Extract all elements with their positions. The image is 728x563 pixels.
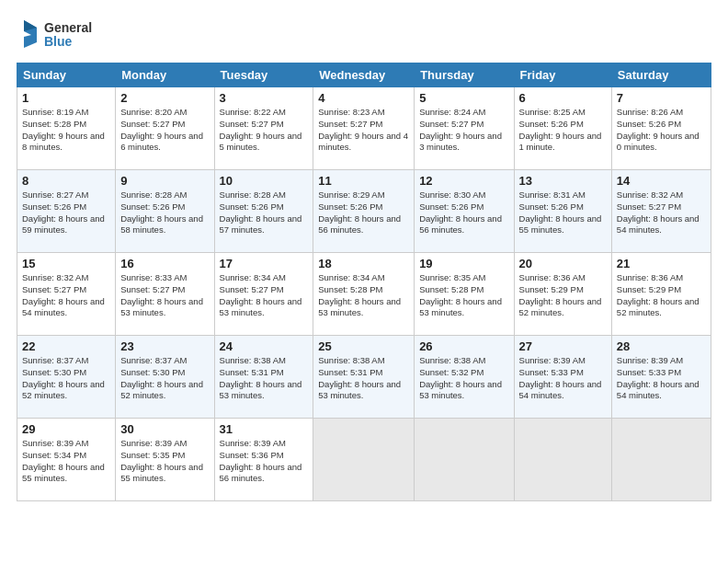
day-number: 26 — [419, 339, 508, 353]
calendar-cell: 13 Sunrise: 8:31 AM Sunset: 5:26 PM Dayl… — [514, 170, 611, 253]
calendar-cell: 9 Sunrise: 8:28 AM Sunset: 5:26 PM Dayli… — [116, 170, 214, 253]
day-info: Sunrise: 8:37 AM Sunset: 5:30 PM Dayligh… — [120, 355, 209, 402]
day-info: Sunrise: 8:36 AM Sunset: 5:29 PM Dayligh… — [519, 272, 607, 319]
day-number: 9 — [120, 174, 209, 188]
week-row-2: 15 Sunrise: 8:32 AM Sunset: 5:27 PM Dayl… — [17, 253, 711, 336]
calendar-cell: 26 Sunrise: 8:38 AM Sunset: 5:32 PM Dayl… — [415, 336, 514, 419]
day-number: 18 — [318, 257, 409, 270]
day-info: Sunrise: 8:38 AM Sunset: 5:31 PM Dayligh… — [318, 355, 409, 402]
day-info: Sunrise: 8:32 AM Sunset: 5:27 PM Dayligh… — [22, 272, 110, 319]
day-number: 13 — [519, 174, 607, 188]
day-number: 30 — [120, 422, 209, 436]
calendar-cell: 22 Sunrise: 8:37 AM Sunset: 5:30 PM Dayl… — [17, 336, 116, 419]
day-info: Sunrise: 8:38 AM Sunset: 5:31 PM Dayligh… — [220, 355, 309, 402]
calendar-cell: 31 Sunrise: 8:39 AM Sunset: 5:36 PM Dayl… — [214, 419, 313, 501]
day-info: Sunrise: 8:28 AM Sunset: 5:26 PM Dayligh… — [220, 190, 309, 236]
day-info: Sunrise: 8:31 AM Sunset: 5:26 PM Dayligh… — [519, 190, 607, 236]
day-number: 4 — [318, 91, 409, 105]
day-info: Sunrise: 8:26 AM Sunset: 5:26 PM Dayligh… — [617, 107, 706, 154]
day-number: 31 — [220, 422, 309, 436]
day-info: Sunrise: 8:24 AM Sunset: 5:27 PM Dayligh… — [419, 107, 508, 154]
calendar-cell — [415, 419, 514, 501]
header-cell-tuesday: Tuesday — [214, 63, 313, 87]
day-info: Sunrise: 8:29 AM Sunset: 5:26 PM Dayligh… — [318, 190, 409, 236]
header-cell-wednesday: Wednesday — [313, 63, 415, 87]
day-info: Sunrise: 8:39 AM Sunset: 5:33 PM Dayligh… — [519, 355, 607, 402]
header-cell-monday: Monday — [116, 63, 214, 87]
calendar-cell: 20 Sunrise: 8:36 AM Sunset: 5:29 PM Dayl… — [514, 253, 611, 336]
day-number: 25 — [318, 339, 409, 353]
day-info: Sunrise: 8:34 AM Sunset: 5:28 PM Dayligh… — [318, 272, 409, 319]
week-row-0: 1 Sunrise: 8:19 AM Sunset: 5:28 PM Dayli… — [17, 87, 711, 170]
header-row: SundayMondayTuesdayWednesdayThursdayFrid… — [17, 63, 711, 87]
day-info: Sunrise: 8:22 AM Sunset: 5:27 PM Dayligh… — [220, 107, 309, 154]
calendar-cell — [313, 419, 415, 501]
header: General Blue — [17, 17, 711, 52]
day-number: 20 — [519, 257, 607, 270]
day-number: 12 — [419, 174, 508, 188]
logo-svg: General Blue — [17, 17, 104, 52]
calendar-cell: 5 Sunrise: 8:24 AM Sunset: 5:27 PM Dayli… — [415, 87, 514, 170]
calendar-cell: 15 Sunrise: 8:32 AM Sunset: 5:27 PM Dayl… — [17, 253, 116, 336]
day-number: 16 — [120, 257, 209, 270]
calendar-cell: 3 Sunrise: 8:22 AM Sunset: 5:27 PM Dayli… — [214, 87, 313, 170]
day-number: 21 — [617, 257, 706, 270]
day-number: 24 — [220, 339, 309, 353]
day-info: Sunrise: 8:20 AM Sunset: 5:27 PM Dayligh… — [120, 107, 209, 154]
calendar-cell: 10 Sunrise: 8:28 AM Sunset: 5:26 PM Dayl… — [214, 170, 313, 253]
day-info: Sunrise: 8:39 AM Sunset: 5:33 PM Dayligh… — [617, 355, 706, 402]
calendar-cell — [611, 419, 711, 501]
calendar-cell: 29 Sunrise: 8:39 AM Sunset: 5:34 PM Dayl… — [17, 419, 116, 501]
day-info: Sunrise: 8:37 AM Sunset: 5:30 PM Dayligh… — [22, 355, 110, 402]
week-row-4: 29 Sunrise: 8:39 AM Sunset: 5:34 PM Dayl… — [17, 419, 711, 501]
calendar-cell: 18 Sunrise: 8:34 AM Sunset: 5:28 PM Dayl… — [313, 253, 415, 336]
calendar-cell: 1 Sunrise: 8:19 AM Sunset: 5:28 PM Dayli… — [17, 87, 116, 170]
page: General Blue SundayMondayTuesdayWednesda… — [0, 0, 728, 563]
day-info: Sunrise: 8:23 AM Sunset: 5:27 PM Dayligh… — [318, 107, 409, 154]
calendar-cell: 7 Sunrise: 8:26 AM Sunset: 5:26 PM Dayli… — [611, 87, 711, 170]
day-info: Sunrise: 8:30 AM Sunset: 5:26 PM Dayligh… — [419, 190, 508, 236]
day-number: 3 — [220, 91, 309, 105]
day-info: Sunrise: 8:33 AM Sunset: 5:27 PM Dayligh… — [120, 272, 209, 319]
logo: General Blue — [17, 17, 104, 52]
day-number: 23 — [120, 339, 209, 353]
day-number: 22 — [22, 339, 110, 353]
day-number: 27 — [519, 339, 607, 353]
calendar-cell: 8 Sunrise: 8:27 AM Sunset: 5:26 PM Dayli… — [17, 170, 116, 253]
day-number: 28 — [617, 339, 706, 353]
svg-text:Blue: Blue — [44, 34, 73, 49]
header-cell-thursday: Thursday — [415, 63, 514, 87]
calendar-cell: 4 Sunrise: 8:23 AM Sunset: 5:27 PM Dayli… — [313, 87, 415, 170]
calendar-cell: 16 Sunrise: 8:33 AM Sunset: 5:27 PM Dayl… — [116, 253, 214, 336]
calendar-cell: 6 Sunrise: 8:25 AM Sunset: 5:26 PM Dayli… — [514, 87, 611, 170]
day-info: Sunrise: 8:39 AM Sunset: 5:36 PM Dayligh… — [220, 438, 309, 485]
calendar-cell: 25 Sunrise: 8:38 AM Sunset: 5:31 PM Dayl… — [313, 336, 415, 419]
calendar-cell: 21 Sunrise: 8:36 AM Sunset: 5:29 PM Dayl… — [611, 253, 711, 336]
day-info: Sunrise: 8:28 AM Sunset: 5:26 PM Dayligh… — [120, 190, 209, 236]
day-info: Sunrise: 8:25 AM Sunset: 5:26 PM Dayligh… — [519, 107, 607, 154]
week-row-1: 8 Sunrise: 8:27 AM Sunset: 5:26 PM Dayli… — [17, 170, 711, 253]
header-cell-friday: Friday — [514, 63, 611, 87]
day-info: Sunrise: 8:39 AM Sunset: 5:34 PM Dayligh… — [22, 438, 110, 485]
day-number: 7 — [617, 91, 706, 105]
calendar-cell: 11 Sunrise: 8:29 AM Sunset: 5:26 PM Dayl… — [313, 170, 415, 253]
calendar-cell: 14 Sunrise: 8:32 AM Sunset: 5:27 PM Dayl… — [611, 170, 711, 253]
day-number: 11 — [318, 174, 409, 188]
day-number: 6 — [519, 91, 607, 105]
week-row-3: 22 Sunrise: 8:37 AM Sunset: 5:30 PM Dayl… — [17, 336, 711, 419]
day-number: 10 — [220, 174, 309, 188]
day-number: 8 — [22, 174, 110, 188]
day-number: 5 — [419, 91, 508, 105]
header-cell-sunday: Sunday — [17, 63, 116, 87]
day-info: Sunrise: 8:27 AM Sunset: 5:26 PM Dayligh… — [22, 190, 110, 236]
calendar-cell: 30 Sunrise: 8:39 AM Sunset: 5:35 PM Dayl… — [116, 419, 214, 501]
calendar-cell: 17 Sunrise: 8:34 AM Sunset: 5:27 PM Dayl… — [214, 253, 313, 336]
svg-text:General: General — [44, 20, 92, 35]
calendar: SundayMondayTuesdayWednesdayThursdayFrid… — [17, 63, 711, 501]
day-number: 2 — [120, 91, 209, 105]
day-info: Sunrise: 8:38 AM Sunset: 5:32 PM Dayligh… — [419, 355, 508, 402]
day-info: Sunrise: 8:39 AM Sunset: 5:35 PM Dayligh… — [120, 438, 209, 485]
calendar-cell: 23 Sunrise: 8:37 AM Sunset: 5:30 PM Dayl… — [116, 336, 214, 419]
calendar-cell: 12 Sunrise: 8:30 AM Sunset: 5:26 PM Dayl… — [415, 170, 514, 253]
calendar-cell: 27 Sunrise: 8:39 AM Sunset: 5:33 PM Dayl… — [514, 336, 611, 419]
